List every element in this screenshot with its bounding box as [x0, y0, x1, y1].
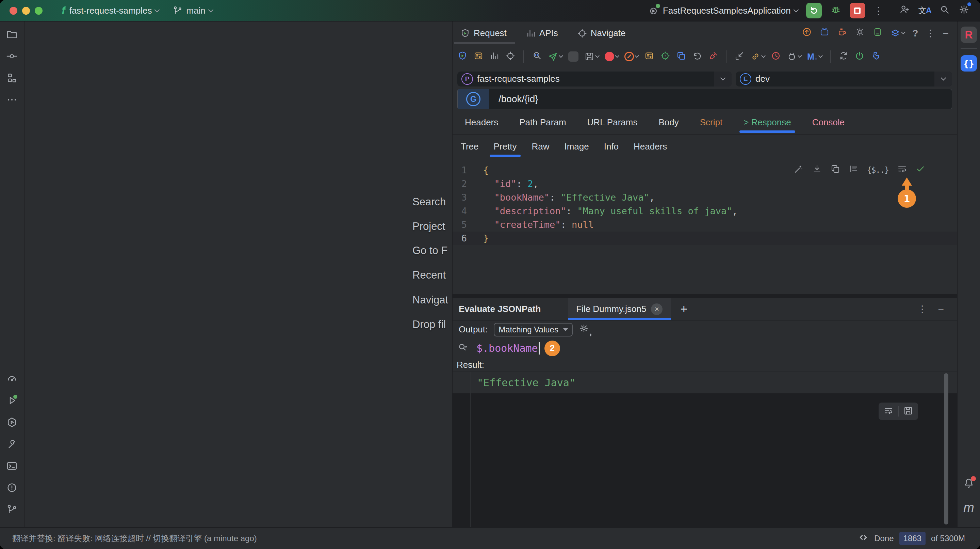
tab-pretty[interactable]: Pretty [494, 134, 517, 158]
result-scrollbar[interactable] [944, 373, 948, 525]
soft-wrap-icon[interactable] [897, 164, 907, 176]
jsonpath-kebab-icon[interactable]: ⋮ [917, 303, 927, 315]
memory-used-indicator[interactable]: 1863 [899, 532, 926, 545]
panel-splitter[interactable] [453, 294, 957, 298]
commit-tool-button[interactable] [5, 49, 19, 64]
notifications-bell-icon[interactable] [963, 477, 975, 491]
jsonpath-minimize-icon[interactable]: − [938, 303, 944, 315]
hide-panel-icon[interactable]: − [943, 27, 949, 39]
tab-script[interactable]: Script [700, 111, 722, 134]
search-history-icon[interactable] [457, 342, 468, 354]
jsonpath-file-tab[interactable]: File Dummy.json5 × [568, 298, 671, 320]
memory-total[interactable]: of 5300M [931, 534, 965, 543]
minimize-window-button[interactable] [22, 7, 30, 14]
clean-icon[interactable] [708, 51, 718, 62]
url-input[interactable]: G /book/{id} [457, 89, 952, 109]
branch-widget[interactable]: main [172, 5, 212, 16]
apifox-export-icon[interactable] [624, 52, 638, 61]
tab-scrollbar-thumb[interactable] [454, 42, 515, 44]
tab-image[interactable]: Image [564, 134, 589, 158]
tab-navigate[interactable]: Navigate [577, 28, 626, 38]
undo-icon[interactable] [692, 51, 702, 62]
coffee-icon[interactable] [837, 27, 847, 40]
debug-button[interactable] [830, 4, 842, 18]
layers-icon[interactable] [890, 28, 905, 38]
locate-icon[interactable] [505, 51, 515, 62]
project-tool-button[interactable] [5, 27, 19, 42]
jsonpath-query-value[interactable]: $.bookName [476, 342, 538, 354]
format-list-icon[interactable] [849, 164, 859, 176]
http-method-segment[interactable]: G [458, 89, 489, 109]
panel-kebab-icon[interactable]: ⋮ [926, 27, 935, 39]
reformat-wand-icon[interactable] [794, 164, 804, 176]
run-configuration-widget[interactable]: FastRequestSamplesApplication [648, 5, 798, 16]
translate-icon[interactable]: 文A [918, 5, 931, 16]
markdown-export-icon[interactable]: M↓ [807, 52, 822, 62]
api-list-icon[interactable] [489, 51, 500, 62]
jsonpath-query-row[interactable]: $.bookName 2 [453, 338, 957, 358]
more-tool-windows-button[interactable] [5, 92, 19, 107]
evaluate-jsonpath-icon[interactable]: {$..} [867, 166, 889, 174]
problems-tool-button[interactable] [5, 480, 19, 495]
jsonpath-result-editor[interactable]: "Effective Java" [453, 372, 957, 527]
tab-tree[interactable]: Tree [461, 134, 479, 158]
services-tool-button[interactable] [5, 415, 19, 430]
tab-resp-headers[interactable]: Headers [633, 134, 667, 158]
more-actions-kebab-icon[interactable]: ⋮ [873, 5, 884, 17]
tab-raw[interactable]: Raw [531, 134, 549, 158]
stop-button[interactable] [850, 3, 865, 18]
code-with-me-icon[interactable] [899, 4, 910, 18]
download-response-icon[interactable] [812, 164, 822, 176]
copy-response-icon[interactable] [830, 164, 840, 176]
send-request-icon[interactable] [548, 51, 563, 62]
github-icon[interactable] [787, 51, 801, 62]
tv-icon[interactable] [819, 27, 830, 40]
copy-url-icon[interactable] [750, 51, 765, 62]
close-window-button[interactable] [10, 7, 18, 14]
tab-console[interactable]: Console [812, 111, 845, 134]
update-icon[interactable] [802, 27, 812, 40]
tab-request[interactable]: Request [460, 28, 507, 38]
jsonpath-settings-gear-icon[interactable] [579, 323, 589, 336]
refresh-icon[interactable] [838, 51, 849, 62]
tab-info[interactable]: Info [604, 134, 619, 158]
contact-card-icon[interactable] [872, 27, 883, 40]
settings-gear-icon[interactable] [958, 4, 970, 18]
result-save-icon[interactable] [903, 405, 913, 417]
panel-settings-gear-icon[interactable] [855, 27, 865, 40]
json-tool-button[interactable]: {} [961, 55, 977, 72]
add-tab-button[interactable]: + [680, 302, 687, 316]
variables-icon[interactable] [644, 51, 654, 62]
maximize-window-button[interactable] [35, 7, 43, 14]
restful-plugin-button[interactable]: R [961, 27, 977, 43]
close-tab-icon[interactable]: × [651, 303, 662, 315]
structure-tool-button[interactable] [5, 70, 19, 86]
import-icon[interactable] [734, 51, 745, 62]
postman-export-icon[interactable] [605, 52, 619, 61]
search-code-icon[interactable] [532, 51, 542, 62]
tab-response[interactable]: > Response [743, 111, 791, 134]
project-config-icon[interactable] [473, 51, 484, 62]
help-icon[interactable]: ? [912, 28, 918, 39]
terminal-tool-button[interactable] [5, 458, 19, 473]
tab-body[interactable]: Body [659, 111, 679, 134]
tab-headers[interactable]: Headers [465, 111, 498, 134]
save-request-icon[interactable] [584, 51, 599, 62]
run-tool-button[interactable] [5, 393, 19, 408]
env-target-icon[interactable] [660, 51, 670, 62]
fast-request-config-icon[interactable] [457, 51, 468, 62]
tab-url-params[interactable]: URL Params [587, 111, 638, 134]
history-clock-icon[interactable] [771, 51, 781, 62]
plugin-icon[interactable] [870, 51, 881, 62]
search-everywhere-icon[interactable] [939, 4, 950, 18]
project-widget[interactable]: f fast-request-samples [62, 5, 159, 17]
environment-select[interactable]: E dev [736, 72, 952, 86]
git-tool-button[interactable] [5, 502, 19, 517]
rerun-button[interactable] [806, 3, 822, 18]
connection-icon[interactable] [854, 51, 865, 62]
maven-tool-button[interactable]: m [963, 500, 974, 515]
response-json-editor[interactable]: 1{2 "id": 2,3 "bookName": "Effective Jav… [453, 158, 957, 294]
result-soft-wrap-icon[interactable] [883, 405, 894, 417]
tab-apis[interactable]: APIs [526, 28, 558, 38]
tab-path-param[interactable]: Path Param [519, 111, 566, 134]
